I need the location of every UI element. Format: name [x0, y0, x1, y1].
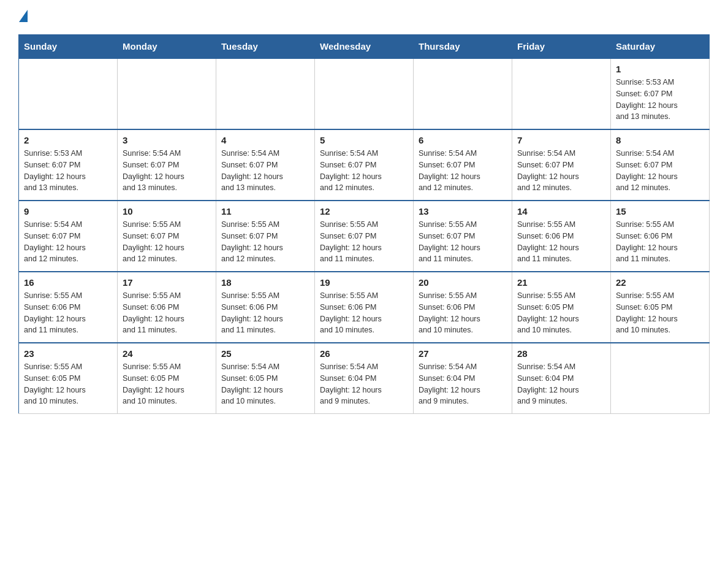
weekday-header-monday: Monday	[118, 35, 216, 59]
calendar-table: SundayMondayTuesdayWednesdayThursdayFrid…	[18, 34, 710, 414]
logo-arrow-icon	[19, 10, 28, 22]
day-info: Sunrise: 5:54 AM Sunset: 6:07 PM Dayligh…	[221, 148, 309, 194]
calendar-cell: 1Sunrise: 5:53 AM Sunset: 6:07 PM Daylig…	[611, 58, 710, 129]
weekday-header-thursday: Thursday	[414, 35, 512, 59]
day-info: Sunrise: 5:55 AM Sunset: 6:07 PM Dayligh…	[419, 219, 507, 265]
day-info: Sunrise: 5:54 AM Sunset: 6:05 PM Dayligh…	[221, 361, 309, 407]
weekday-header-wednesday: Wednesday	[315, 35, 414, 59]
day-info: Sunrise: 5:53 AM Sunset: 6:07 PM Dayligh…	[616, 77, 704, 123]
calendar-cell: 11Sunrise: 5:55 AM Sunset: 6:07 PM Dayli…	[216, 201, 315, 272]
calendar-cell: 15Sunrise: 5:55 AM Sunset: 6:06 PM Dayli…	[611, 201, 710, 272]
day-number: 12	[320, 206, 408, 216]
weekday-header-tuesday: Tuesday	[216, 35, 315, 59]
day-info: Sunrise: 5:54 AM Sunset: 6:07 PM Dayligh…	[419, 148, 507, 194]
calendar-week-row: 9Sunrise: 5:54 AM Sunset: 6:07 PM Daylig…	[19, 201, 710, 272]
day-info: Sunrise: 5:55 AM Sunset: 6:05 PM Dayligh…	[616, 290, 704, 336]
calendar-header-row: SundayMondayTuesdayWednesdayThursdayFrid…	[19, 35, 710, 59]
day-number: 9	[24, 206, 112, 216]
day-info: Sunrise: 5:55 AM Sunset: 6:05 PM Dayligh…	[123, 361, 211, 407]
day-number: 10	[123, 206, 211, 216]
day-number: 23	[24, 348, 112, 359]
calendar-cell: 4Sunrise: 5:54 AM Sunset: 6:07 PM Daylig…	[216, 129, 315, 201]
calendar-cell: 12Sunrise: 5:55 AM Sunset: 6:07 PM Dayli…	[315, 201, 414, 272]
calendar-cell: 26Sunrise: 5:54 AM Sunset: 6:04 PM Dayli…	[315, 343, 414, 414]
calendar-week-row: 2Sunrise: 5:53 AM Sunset: 6:07 PM Daylig…	[19, 129, 710, 201]
calendar-week-row: 23Sunrise: 5:55 AM Sunset: 6:05 PM Dayli…	[19, 343, 710, 414]
day-info: Sunrise: 5:55 AM Sunset: 6:06 PM Dayligh…	[517, 219, 605, 265]
day-number: 3	[123, 135, 211, 145]
day-number: 19	[320, 277, 408, 288]
day-info: Sunrise: 5:55 AM Sunset: 6:06 PM Dayligh…	[221, 290, 309, 336]
day-number: 16	[24, 277, 112, 288]
day-number: 13	[419, 206, 507, 216]
calendar-cell	[118, 58, 216, 129]
calendar-cell: 5Sunrise: 5:54 AM Sunset: 6:07 PM Daylig…	[315, 129, 414, 201]
calendar-cell: 22Sunrise: 5:55 AM Sunset: 6:05 PM Dayli…	[611, 272, 710, 343]
calendar-cell	[19, 58, 118, 129]
day-number: 11	[221, 206, 309, 216]
calendar-cell	[216, 58, 315, 129]
day-number: 7	[517, 135, 605, 145]
calendar-cell: 28Sunrise: 5:54 AM Sunset: 6:04 PM Dayli…	[512, 343, 611, 414]
calendar-cell: 20Sunrise: 5:55 AM Sunset: 6:06 PM Dayli…	[414, 272, 512, 343]
day-info: Sunrise: 5:54 AM Sunset: 6:04 PM Dayligh…	[517, 361, 605, 407]
day-info: Sunrise: 5:55 AM Sunset: 6:06 PM Dayligh…	[320, 290, 408, 336]
calendar-cell: 9Sunrise: 5:54 AM Sunset: 6:07 PM Daylig…	[19, 201, 118, 272]
day-number: 15	[616, 206, 704, 216]
calendar-cell: 3Sunrise: 5:54 AM Sunset: 6:07 PM Daylig…	[118, 129, 216, 201]
day-info: Sunrise: 5:54 AM Sunset: 6:07 PM Dayligh…	[24, 219, 112, 265]
day-number: 18	[221, 277, 309, 288]
calendar-cell: 10Sunrise: 5:55 AM Sunset: 6:07 PM Dayli…	[118, 201, 216, 272]
calendar-cell: 13Sunrise: 5:55 AM Sunset: 6:07 PM Dayli…	[414, 201, 512, 272]
calendar-cell: 19Sunrise: 5:55 AM Sunset: 6:06 PM Dayli…	[315, 272, 414, 343]
calendar-cell: 17Sunrise: 5:55 AM Sunset: 6:06 PM Dayli…	[118, 272, 216, 343]
day-number: 5	[320, 135, 408, 145]
day-info: Sunrise: 5:53 AM Sunset: 6:07 PM Dayligh…	[24, 148, 112, 194]
calendar-cell	[512, 58, 611, 129]
calendar-cell: 27Sunrise: 5:54 AM Sunset: 6:04 PM Dayli…	[414, 343, 512, 414]
calendar-cell	[611, 343, 710, 414]
day-number: 22	[616, 277, 704, 288]
day-number: 1	[616, 64, 704, 74]
weekday-header-sunday: Sunday	[19, 35, 118, 59]
page-header	[18, 12, 710, 22]
calendar-cell: 18Sunrise: 5:55 AM Sunset: 6:06 PM Dayli…	[216, 272, 315, 343]
day-number: 27	[419, 348, 507, 359]
calendar-cell: 23Sunrise: 5:55 AM Sunset: 6:05 PM Dayli…	[19, 343, 118, 414]
calendar-cell: 8Sunrise: 5:54 AM Sunset: 6:07 PM Daylig…	[611, 129, 710, 201]
calendar-week-row: 16Sunrise: 5:55 AM Sunset: 6:06 PM Dayli…	[19, 272, 710, 343]
day-info: Sunrise: 5:55 AM Sunset: 6:07 PM Dayligh…	[123, 219, 211, 265]
day-info: Sunrise: 5:55 AM Sunset: 6:07 PM Dayligh…	[320, 219, 408, 265]
day-number: 8	[616, 135, 704, 145]
calendar-week-row: 1Sunrise: 5:53 AM Sunset: 6:07 PM Daylig…	[19, 58, 710, 129]
day-number: 2	[24, 135, 112, 145]
day-number: 6	[419, 135, 507, 145]
day-number: 28	[517, 348, 605, 359]
day-info: Sunrise: 5:55 AM Sunset: 6:06 PM Dayligh…	[24, 290, 112, 336]
day-info: Sunrise: 5:54 AM Sunset: 6:04 PM Dayligh…	[320, 361, 408, 407]
weekday-header-saturday: Saturday	[611, 35, 710, 59]
day-number: 24	[123, 348, 211, 359]
calendar-cell: 25Sunrise: 5:54 AM Sunset: 6:05 PM Dayli…	[216, 343, 315, 414]
weekday-header-friday: Friday	[512, 35, 611, 59]
calendar-cell: 14Sunrise: 5:55 AM Sunset: 6:06 PM Dayli…	[512, 201, 611, 272]
day-info: Sunrise: 5:54 AM Sunset: 6:07 PM Dayligh…	[320, 148, 408, 194]
calendar-cell	[414, 58, 512, 129]
day-number: 14	[517, 206, 605, 216]
calendar-cell: 7Sunrise: 5:54 AM Sunset: 6:07 PM Daylig…	[512, 129, 611, 201]
day-info: Sunrise: 5:54 AM Sunset: 6:04 PM Dayligh…	[419, 361, 507, 407]
calendar-cell: 16Sunrise: 5:55 AM Sunset: 6:06 PM Dayli…	[19, 272, 118, 343]
logo	[18, 12, 28, 22]
calendar-cell: 2Sunrise: 5:53 AM Sunset: 6:07 PM Daylig…	[19, 129, 118, 201]
day-number: 26	[320, 348, 408, 359]
day-number: 4	[221, 135, 309, 145]
day-info: Sunrise: 5:55 AM Sunset: 6:05 PM Dayligh…	[24, 361, 112, 407]
calendar-cell	[315, 58, 414, 129]
day-info: Sunrise: 5:55 AM Sunset: 6:06 PM Dayligh…	[616, 219, 704, 265]
day-number: 20	[419, 277, 507, 288]
day-info: Sunrise: 5:54 AM Sunset: 6:07 PM Dayligh…	[517, 148, 605, 194]
day-info: Sunrise: 5:55 AM Sunset: 6:06 PM Dayligh…	[419, 290, 507, 336]
calendar-cell: 21Sunrise: 5:55 AM Sunset: 6:05 PM Dayli…	[512, 272, 611, 343]
day-info: Sunrise: 5:54 AM Sunset: 6:07 PM Dayligh…	[123, 148, 211, 194]
day-number: 25	[221, 348, 309, 359]
